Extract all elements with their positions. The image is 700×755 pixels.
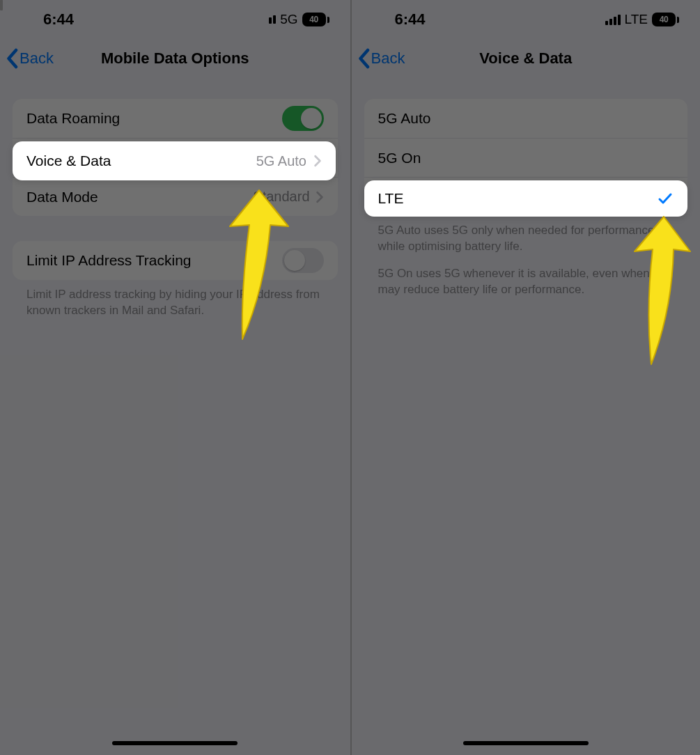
phone-left: 6:44 5G 40 Back Mobile Data Options Data…	[0, 0, 350, 755]
status-time: 6:44	[43, 10, 74, 29]
row-label: Data Mode	[26, 189, 253, 205]
back-button[interactable]: Back	[356, 48, 405, 69]
back-label: Back	[20, 49, 54, 68]
status-bar: 6:44 5G 40	[0, 0, 350, 39]
phone-right: 6:44 LTE 40 Back Voice & Data 5G Auto 5G…	[350, 0, 701, 755]
network-label: LTE	[625, 12, 648, 27]
row-value: 5G Auto	[256, 153, 306, 169]
footer-text-1: 5G Auto uses 5G only when needed for per…	[378, 223, 674, 255]
back-label: Back	[371, 49, 405, 68]
chevron-right-icon	[316, 191, 324, 203]
home-indicator[interactable]	[463, 741, 589, 745]
signal-icon	[269, 15, 276, 24]
highlight-lte[interactable]: LTE	[364, 180, 687, 217]
signal-icon	[605, 15, 621, 25]
page-title: Voice & Data	[479, 49, 572, 68]
home-indicator[interactable]	[112, 741, 238, 745]
annotation-arrow	[630, 212, 693, 369]
nav-bar: Back Voice & Data	[352, 39, 701, 78]
option-label: LTE	[378, 190, 657, 207]
back-button[interactable]: Back	[4, 48, 54, 69]
page-title: Mobile Data Options	[101, 49, 249, 68]
status-bar: 6:44 LTE 40	[352, 0, 701, 39]
annotation-arrow	[224, 185, 294, 345]
battery-icon: 40	[652, 13, 679, 26]
option-5g-auto[interactable]: 5G Auto	[364, 99, 688, 138]
toggle-data-roaming[interactable]	[282, 106, 324, 131]
nav-bar: Back Mobile Data Options	[0, 39, 350, 78]
status-time: 6:44	[395, 10, 426, 29]
row-label: Data Roaming	[26, 110, 282, 127]
option-label: 5G On	[378, 150, 674, 166]
network-label: 5G	[280, 12, 297, 27]
highlight-voice-data[interactable]: Voice & Data 5G Auto	[13, 141, 336, 180]
checkmark-icon	[657, 190, 674, 207]
option-5g-on[interactable]: 5G On	[364, 138, 688, 177]
chevron-right-icon	[313, 155, 322, 167]
option-label: 5G Auto	[378, 110, 674, 127]
chevron-left-icon	[356, 48, 371, 69]
battery-icon: 40	[302, 13, 329, 26]
row-label: Voice & Data	[26, 153, 256, 169]
footer-text-2: 5G On uses 5G whenever it is available, …	[378, 266, 674, 298]
chevron-left-icon	[4, 48, 20, 69]
row-data-roaming[interactable]: Data Roaming	[13, 99, 338, 138]
